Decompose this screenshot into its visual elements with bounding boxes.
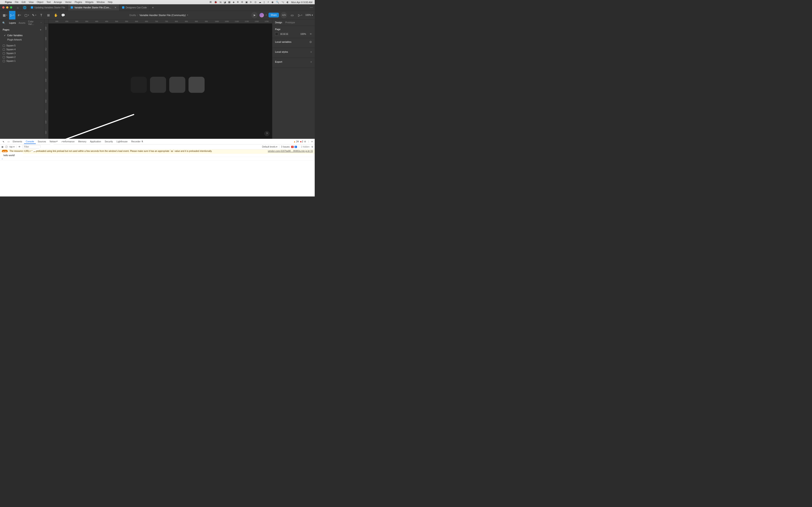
background-row[interactable]: 1E1E1E 100% 👁: [275, 33, 312, 36]
errors-badge[interactable]: ■2: [300, 140, 303, 143]
devtools-more-icon[interactable]: ⋮: [307, 140, 310, 143]
share-button[interactable]: Share: [268, 13, 279, 17]
bear-icon[interactable]: ◪: [223, 1, 226, 4]
tab-elements[interactable]: Elements: [11, 139, 24, 144]
clock[interactable]: Mon Apr 8 9:00 AM: [291, 1, 312, 4]
tab-updating-variables[interactable]: Updating Variables Starter File: [28, 4, 68, 11]
zoom-control[interactable]: 100%▾: [305, 14, 313, 16]
hidden-count[interactable]: 1 hidden: [299, 146, 309, 148]
notion-icon[interactable]: N: [219, 1, 221, 4]
tab-network[interactable]: Network: [48, 139, 60, 144]
menu-help[interactable]: Help: [108, 1, 113, 3]
tab-variable-handler[interactable]: Variable Handler Starter File (Com… ✕: [68, 4, 119, 11]
menu-file[interactable]: File: [15, 1, 18, 3]
layer-item[interactable]: Square 1: [0, 59, 44, 63]
cloud-icon[interactable]: ☁: [259, 1, 261, 4]
settings-icon[interactable]: ⚙: [309, 40, 312, 44]
add-page-button[interactable]: +: [40, 28, 42, 32]
console-prompt[interactable]: [0, 157, 315, 161]
comment-tool[interactable]: 💬: [60, 12, 66, 18]
canvas[interactable]: [48, 23, 272, 139]
bg-hex[interactable]: 1E1E1E: [280, 33, 289, 35]
new-tab-button[interactable]: +: [150, 4, 156, 11]
dropbox-icon[interactable]: ◈: [233, 1, 235, 4]
status-icon[interactable]: ⊙: [254, 1, 256, 4]
tab-console[interactable]: Console: [24, 139, 36, 144]
menu-widgets[interactable]: Widgets: [85, 1, 93, 3]
square-1[interactable]: [111, 77, 128, 93]
menu-plugins[interactable]: Plugins: [75, 1, 82, 3]
tab-designers-can-code[interactable]: Designers Can Code: [119, 4, 150, 11]
warnings-badge[interactable]: ▲24: [293, 140, 299, 143]
search-icon[interactable]: 🔍: [2, 21, 5, 24]
menu-view[interactable]: View: [29, 1, 34, 3]
tab-security[interactable]: Security: [103, 139, 115, 144]
menu-arrange[interactable]: Arrange: [54, 1, 62, 3]
context-selector[interactable]: top ▾: [9, 146, 16, 148]
tab-assets[interactable]: Assets: [18, 21, 26, 25]
page-selector[interactable]: Color Vari…⌃: [28, 20, 42, 25]
present-button[interactable]: ▷▾: [297, 12, 303, 18]
issues-badge[interactable]: 3 Issues: 2 1: [279, 146, 297, 148]
tab-prototype[interactable]: Prototype: [285, 21, 295, 24]
battery-icon[interactable]: ⚡︎: [267, 1, 269, 4]
shape-tool[interactable]: ▢▾: [23, 12, 30, 18]
control-center-icon[interactable]: ⌥: [282, 1, 284, 4]
clear-console-icon[interactable]: [5, 146, 8, 148]
inspect-element-icon[interactable]: ⬉: [1, 139, 6, 144]
calendar-icon[interactable]: ▦: [228, 1, 231, 4]
page-plugin-artwork[interactable]: Plugin Artwork: [0, 38, 44, 42]
cursor-user-icon[interactable]: ➤: [251, 12, 258, 18]
tab-layers[interactable]: Layers: [9, 21, 16, 25]
console-settings-icon[interactable]: ⚙: [311, 146, 313, 148]
console-log-line[interactable]: hello world!: [0, 154, 315, 157]
status-icon[interactable]: 🐞: [214, 1, 217, 4]
library-button[interactable]: ▭: [289, 12, 295, 18]
color-swatch[interactable]: [275, 33, 278, 36]
maximize-window-button[interactable]: [10, 6, 12, 9]
devtools-close-icon[interactable]: ✕: [311, 140, 313, 143]
text-tool[interactable]: T: [38, 12, 44, 18]
bluetooth-icon[interactable]: ᛒ: [263, 1, 265, 4]
console-warning-line[interactable]: 24 The resource <URL> was preloaded usin…: [0, 150, 315, 154]
page-color-variables[interactable]: ✓ Color Variables: [0, 33, 44, 38]
devtools-settings-icon[interactable]: ⚙: [304, 140, 306, 143]
help-button[interactable]: ?: [264, 131, 269, 136]
square-3[interactable]: [150, 77, 166, 93]
visibility-icon[interactable]: 👁: [310, 33, 312, 35]
layer-item[interactable]: Square 4: [0, 48, 44, 51]
pen-tool[interactable]: ✎▾: [31, 12, 37, 18]
resources-tool[interactable]: ⊞: [45, 12, 52, 18]
overflow-menu-button[interactable]: ⋯: [308, 4, 315, 11]
add-icon[interactable]: +: [310, 60, 312, 64]
tab-memory[interactable]: Memory: [77, 139, 88, 144]
home-button[interactable]: ⌂: [14, 4, 21, 11]
add-icon[interactable]: +: [310, 50, 312, 54]
minimize-window-button[interactable]: [6, 6, 8, 9]
move-tool[interactable]: ▷▾: [9, 11, 15, 19]
close-tab-icon[interactable]: ✕: [114, 6, 116, 9]
tab-application[interactable]: Application: [88, 139, 103, 144]
tab-sources[interactable]: Sources: [36, 139, 48, 144]
device-toolbar-icon[interactable]: ▭: [6, 139, 11, 144]
sidebar-toggle-icon[interactable]: ▣: [1, 146, 3, 148]
tab-performance[interactable]: Performance: [60, 139, 77, 144]
community-button[interactable]: 🌐: [21, 4, 28, 11]
dev-mode-button[interactable]: </>: [281, 12, 287, 18]
live-expression-icon[interactable]: 👁: [18, 146, 20, 148]
chevron-down-icon[interactable]: ▾: [266, 14, 267, 16]
console-filter-input[interactable]: [22, 145, 41, 149]
layer-item[interactable]: Square 2: [0, 55, 44, 59]
status-icon[interactable]: ▣: [245, 1, 248, 4]
hand-tool[interactable]: ✋: [53, 12, 59, 18]
chevron-down-icon[interactable]: ▾: [187, 14, 188, 16]
breadcrumb-root[interactable]: Drafts: [130, 14, 136, 16]
status-icon[interactable]: ✲: [237, 1, 239, 4]
log-levels-selector[interactable]: Default levels ▾: [262, 146, 277, 148]
tab-design[interactable]: Design: [275, 21, 282, 24]
avatar[interactable]: [259, 13, 264, 17]
status-icon[interactable]: ⌘: [209, 1, 212, 4]
layer-item[interactable]: Square 3: [0, 51, 44, 55]
tab-lighthouse[interactable]: Lighthouse: [115, 139, 130, 144]
main-menu-button[interactable]: ▦▾: [2, 12, 8, 18]
